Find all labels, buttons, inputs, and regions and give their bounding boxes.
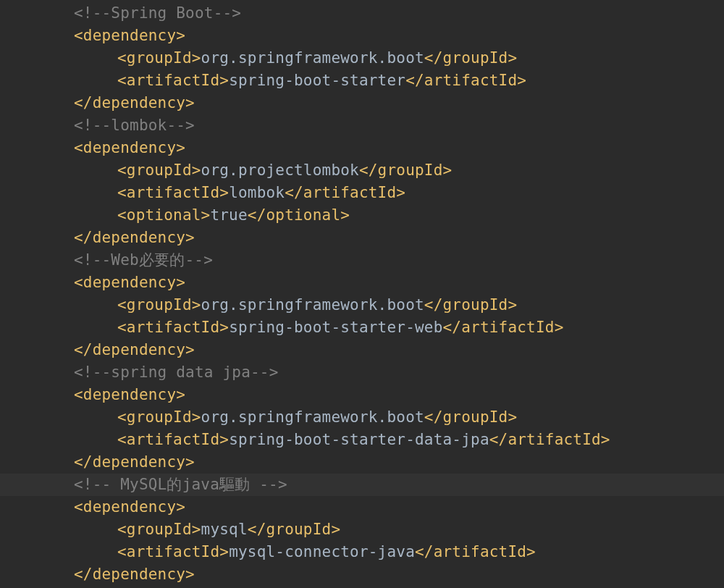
xml-tag: <groupId>	[117, 521, 201, 538]
xml-tag: </artifactId>	[443, 319, 564, 336]
xml-tag: <groupId>	[117, 161, 201, 179]
code-editor[interactable]: <!--Spring Boot--><dependency><groupId>o…	[0, 0, 724, 586]
code-line[interactable]: <groupId>org.springframework.boot</group…	[0, 406, 724, 429]
xml-tag: </artifactId>	[405, 72, 526, 89]
code-line[interactable]: <!--Web必要的-->	[0, 249, 724, 272]
xml-text: mysql	[201, 521, 248, 538]
xml-tag: <groupId>	[117, 408, 201, 426]
code-line[interactable]: </dependency>	[0, 227, 724, 249]
code-line[interactable]: <artifactId>spring-boot-starter-web</art…	[0, 316, 724, 339]
code-line[interactable]: <!-- MySQL的java驅動 -->	[0, 474, 724, 496]
xml-tag: <groupId>	[117, 49, 201, 67]
code-line[interactable]: <groupId>mysql</groupId>	[0, 518, 724, 541]
xml-tag: </groupId>	[424, 49, 517, 67]
xml-tag: <groupId>	[117, 296, 201, 314]
code-line[interactable]: <artifactId>mysql-connector-java</artifa…	[0, 541, 724, 563]
xml-tag: </artifactId>	[285, 184, 405, 201]
code-line[interactable]: <dependency>	[0, 496, 724, 518]
code-line[interactable]: <groupId>org.springframework.boot</group…	[0, 294, 724, 316]
xml-tag: </dependency>	[74, 341, 195, 358]
xml-tag: <dependency>	[74, 139, 185, 156]
xml-text: mysql-connector-java	[229, 543, 415, 560]
xml-tag: </optional>	[248, 206, 350, 224]
xml-tag: </groupId>	[248, 521, 340, 538]
xml-tag: <dependency>	[74, 274, 185, 291]
code-line[interactable]: <!--Spring Boot-->	[0, 2, 724, 25]
code-line[interactable]: <artifactId>spring-boot-starter-data-jpa…	[0, 429, 724, 451]
xml-text: org.springframework.boot	[201, 296, 424, 314]
xml-tag: </groupId>	[424, 296, 517, 314]
xml-comment: <!--spring data jpa-->	[74, 364, 279, 381]
code-line[interactable]: <groupId>org.projectlombok</groupId>	[0, 159, 724, 182]
xml-text: org.springframework.boot	[201, 408, 424, 426]
xml-tag: </groupId>	[424, 408, 517, 426]
xml-text: true	[210, 206, 247, 224]
xml-comment: <!--Web必要的-->	[74, 251, 213, 269]
xml-tag: </dependency>	[74, 94, 195, 112]
xml-tag: <artifactId>	[117, 319, 229, 336]
xml-tag: <dependency>	[74, 27, 185, 44]
xml-tag: <artifactId>	[117, 184, 229, 201]
xml-tag: <dependency>	[74, 498, 185, 516]
xml-tag: </dependency>	[74, 453, 195, 471]
xml-tag: </artifactId>	[415, 543, 536, 560]
xml-tag: <optional>	[117, 206, 210, 224]
code-line[interactable]: <dependency>	[0, 384, 724, 406]
xml-text: spring-boot-starter-web	[229, 319, 442, 336]
xml-text: spring-boot-starter	[229, 72, 405, 89]
xml-text: lombok	[229, 184, 285, 201]
xml-comment: <!--lombok-->	[74, 117, 195, 134]
code-line[interactable]: <dependency>	[0, 25, 724, 47]
code-line[interactable]: <dependency>	[0, 272, 724, 294]
code-line[interactable]: <!--spring data jpa-->	[0, 361, 724, 384]
xml-tag: </groupId>	[359, 161, 452, 179]
xml-text: org.projectlombok	[201, 161, 359, 179]
code-line[interactable]: <groupId>org.springframework.boot</group…	[0, 47, 724, 70]
code-line[interactable]: <!--lombok-->	[0, 114, 724, 137]
xml-tag: <artifactId>	[117, 543, 229, 560]
xml-tag: </artifactId>	[489, 431, 610, 448]
code-line[interactable]: </dependency>	[0, 339, 724, 361]
code-line[interactable]: <dependency>	[0, 137, 724, 159]
xml-tag: <artifactId>	[117, 72, 229, 89]
xml-tag: </dependency>	[74, 566, 195, 583]
code-line[interactable]: <optional>true</optional>	[0, 204, 724, 227]
xml-comment: <!-- MySQL的java驅動 -->	[74, 476, 287, 493]
code-line[interactable]: </dependency>	[0, 451, 724, 474]
xml-comment: <!--Spring Boot-->	[74, 4, 241, 22]
code-line[interactable]: </dependency>	[0, 563, 724, 586]
code-line[interactable]: <artifactId>spring-boot-starter</artifac…	[0, 70, 724, 92]
xml-text: org.springframework.boot	[201, 49, 424, 67]
code-line[interactable]: </dependency>	[0, 92, 724, 114]
code-line[interactable]: <artifactId>lombok</artifactId>	[0, 182, 724, 204]
xml-tag: </dependency>	[74, 229, 195, 246]
xml-text: spring-boot-starter-data-jpa	[229, 431, 489, 448]
xml-tag: <dependency>	[74, 386, 185, 403]
xml-tag: <artifactId>	[117, 431, 229, 448]
